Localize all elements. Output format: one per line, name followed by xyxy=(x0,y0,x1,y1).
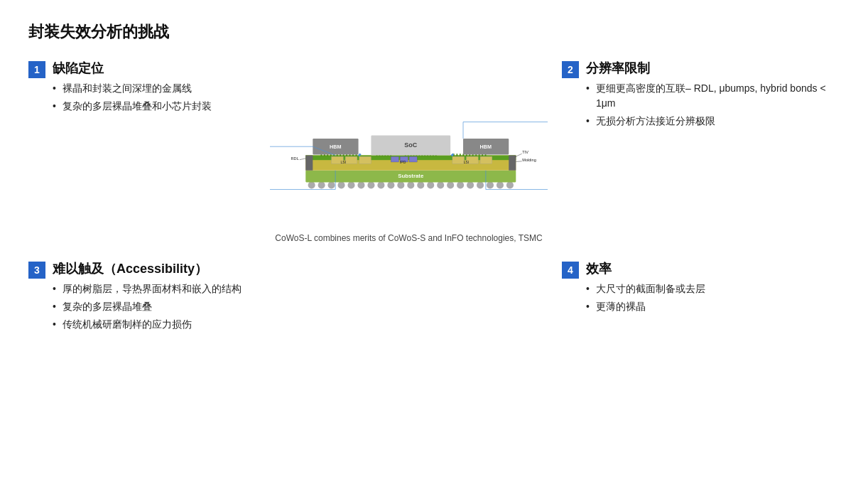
diagram-caption: CoWoS-L combines merits of CoWoS-S and I… xyxy=(270,233,548,243)
bump-hbm-right-3 xyxy=(460,154,461,156)
svg-point-11 xyxy=(417,181,424,188)
section2-bullets: 更细更高密度的互联– RDL, μbumps, hybrid bonds < 1… xyxy=(586,81,840,129)
section3-bullet3: 传统机械研磨制样的应力损伤 xyxy=(53,317,242,332)
substrate-label: Substrate xyxy=(398,173,424,179)
svg-point-6 xyxy=(367,181,374,188)
svg-point-10 xyxy=(407,181,414,188)
section2-bullet1: 更细更高密度的互联– RDL, μbumps, hybrid bonds < 1… xyxy=(586,81,840,111)
svg-point-1 xyxy=(318,181,325,188)
section4-title: 效率 xyxy=(586,260,705,277)
lsi-right-text: LSI xyxy=(464,160,470,164)
svg-point-14 xyxy=(447,181,454,188)
svg-point-17 xyxy=(477,181,484,188)
tiv-line xyxy=(515,154,521,156)
section3-panel: 3 难以触及（Accessibility） 厚的树脂层，导热界面材料和嵌入的结构… xyxy=(28,260,270,340)
section1-bullet2: 复杂的多层裸晶堆叠和小芯片封装 xyxy=(53,99,212,114)
main-layout: 1 缺陷定位 裸晶和封装之间深埋的金属线 复杂的多层裸晶堆叠和小芯片封装 xyxy=(28,60,840,340)
hbm-right-label: HBM xyxy=(480,144,492,150)
soc-label: SoC xyxy=(404,141,417,149)
svg-point-12 xyxy=(427,181,434,188)
section1-badge: 1 xyxy=(28,61,45,78)
svg-point-20 xyxy=(506,181,514,188)
lsi-left-chip3 xyxy=(359,156,371,163)
svg-point-18 xyxy=(487,181,494,188)
lsi-left-text: LSI xyxy=(341,160,347,164)
ipd-chip1 xyxy=(391,156,398,162)
molding-line xyxy=(516,161,521,162)
tiv-text: TIV xyxy=(522,150,528,154)
section1-bullet1: 裸晶和封装之间深埋的金属线 xyxy=(53,81,212,96)
section2-title: 分辨率限制 xyxy=(586,60,840,77)
section3-bullets: 厚的树脂层，导热界面材料和嵌入的结构 复杂的多层裸晶堆叠 传统机械研磨制样的应力… xyxy=(53,281,242,332)
section4-bullet1: 大尺寸的截面制备或去层 xyxy=(586,281,705,296)
section1-title: 缺陷定位 xyxy=(53,60,212,77)
rdl-line xyxy=(300,159,305,160)
svg-point-19 xyxy=(497,181,504,188)
bottom-section: 3 难以触及（Accessibility） 厚的树脂层，导热界面材料和嵌入的结构… xyxy=(28,260,840,340)
svg-point-7 xyxy=(377,181,384,188)
section1-panel: 1 缺陷定位 裸晶和封装之间深埋的金属线 复杂的多层裸晶堆叠和小芯片封装 xyxy=(28,60,270,122)
molding-right xyxy=(509,155,516,170)
section4-badge: 4 xyxy=(562,262,579,279)
ipd-chip3 xyxy=(409,156,417,162)
section3-badge: 3 xyxy=(28,262,45,279)
section2-badge: 2 xyxy=(562,61,579,78)
section2-panel: 2 分辨率限制 更细更高密度的互联– RDL, μbumps, hybrid b… xyxy=(548,60,840,137)
svg-point-8 xyxy=(387,181,394,188)
solder-balls xyxy=(308,181,514,188)
section4-bullet2: 更薄的裸晶 xyxy=(586,299,705,314)
page-title: 封装失效分析的挑战 xyxy=(28,21,840,43)
rdl-text: RDL xyxy=(291,156,299,161)
molding-left xyxy=(305,155,313,170)
svg-point-9 xyxy=(397,181,404,188)
section3-bullet1: 厚的树脂层，导热界面材料和嵌入的结构 xyxy=(53,281,242,296)
lsi-right-chip3 xyxy=(480,156,492,163)
section1-bullets: 裸晶和封装之间深埋的金属线 复杂的多层裸晶堆叠和小芯片封装 xyxy=(53,81,212,114)
lsi-right-chip1 xyxy=(452,156,465,163)
svg-point-5 xyxy=(357,181,364,188)
section2-bullet2: 无损分析方法接近分辨极限 xyxy=(586,114,840,129)
svg-point-16 xyxy=(467,181,474,188)
section4-panel: 4 效率 大尺寸的截面制备或去层 更薄的裸晶 xyxy=(548,260,840,323)
molding-text: Molding xyxy=(522,158,536,162)
diagram-container: Substrate xyxy=(270,60,548,256)
hbm-left-label: HBM xyxy=(330,144,342,150)
section3-bullet2: 复杂的多层裸晶堆叠 xyxy=(53,299,242,314)
svg-point-4 xyxy=(347,181,354,188)
lsi-left-chip2 xyxy=(345,156,357,163)
section3-title: 难以触及（Accessibility） xyxy=(53,260,242,277)
svg-point-13 xyxy=(437,181,444,188)
diagram-svg: Substrate xyxy=(270,67,548,230)
svg-point-3 xyxy=(338,181,345,188)
ipd-text: IPD xyxy=(400,160,406,164)
svg-point-2 xyxy=(328,181,335,188)
svg-point-15 xyxy=(457,181,464,188)
svg-point-0 xyxy=(308,181,315,188)
section4-bullets: 大尺寸的截面制备或去层 更薄的裸晶 xyxy=(586,281,705,314)
bump-hbm-right-2 xyxy=(457,154,458,156)
